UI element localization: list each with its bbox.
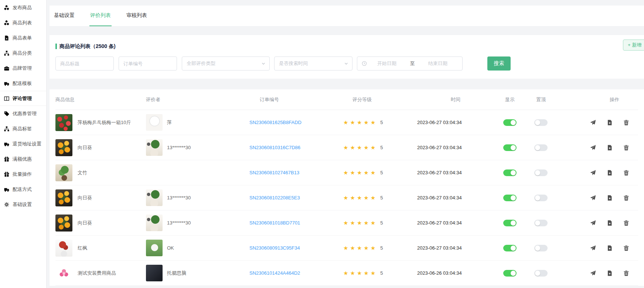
reply-icon[interactable] [590,195,596,201]
pin-toggle[interactable] [534,270,548,277]
order-number-link[interactable]: SN23060810316C7D86 [249,145,300,150]
time-search-select[interactable]: 是否搜索时间 [274,56,352,71]
order-number-link[interactable]: SN2306081027467B13 [249,170,299,175]
add-note-icon[interactable] [607,120,613,126]
sidebar-item-配送方式[interactable]: 配送方式 [0,182,46,197]
delete-icon[interactable] [623,120,629,126]
delete-icon[interactable] [623,145,629,151]
add-note-icon[interactable] [607,195,613,201]
tab-评价列表[interactable]: 评价列表 [89,6,112,26]
product-image [55,139,72,156]
add-note-icon[interactable] [607,245,613,251]
add-note-icon[interactable] [607,220,613,226]
sidebar-item-批量操作[interactable]: 批量操作 [0,167,46,182]
delete-icon[interactable] [623,220,629,226]
order-number-link[interactable]: SN230608102208E5E3 [249,195,300,200]
rating-value: 5 [380,245,383,251]
page-title: 商品评论列表（2500 条) [59,43,116,49]
filter-card: 商品评论列表（2500 条) + 新增 全部评价类型 是否搜索时间 开始日期 至… [50,35,644,79]
date-end-placeholder[interactable]: 结束日期 [418,60,458,67]
reply-icon[interactable] [590,170,596,176]
order-number-link[interactable]: SN2306081018BD7701 [249,220,300,226]
delete-icon[interactable] [623,245,629,251]
reviewer-avatar [146,189,163,206]
add-note-icon[interactable] [607,145,613,151]
delete-icon[interactable] [623,270,629,276]
show-toggle[interactable] [503,220,517,226]
sidebar-item-发布商品[interactable]: 发布商品 [0,0,46,15]
show-toggle[interactable] [503,144,517,151]
product-title: 萍杨梅乒乓杨梅一箱10斤 [78,119,131,126]
product-title-input[interactable] [55,56,114,71]
sidebar-item-基础设置[interactable]: 基础设置 [0,197,46,212]
review-type-select[interactable]: 全部评价类型 [182,56,270,71]
title-row: 商品评论列表（2500 条) + 新增 [55,35,638,49]
pin-toggle[interactable] [534,119,548,126]
sidebar-item-满额优惠[interactable]: 满额优惠 [0,151,46,167]
sitemap-icon [4,51,9,56]
briefcase-icon [4,66,9,71]
review-time: 2023-06-27 03:04:34 [417,145,462,150]
pin-toggle[interactable] [534,144,548,151]
truck-icon [4,187,9,192]
review-table-card: 商品信息 评价者 订单编号 评分等级 时间 显示 置顶 操作 萍杨梅乒乓杨梅一箱… [50,89,644,286]
show-toggle[interactable] [503,195,517,201]
rating-stars: ★★★★★ [343,220,377,226]
column-header: 订单编号 [249,96,343,103]
sidebar-item-label: 评论管理 [13,95,32,102]
reply-icon[interactable] [590,145,596,151]
sidebar-item-评论管理[interactable]: 评论管理 [0,91,46,106]
sidebar-item-品牌管理[interactable]: 品牌管理 [0,61,46,76]
order-number-link[interactable]: SN2306081625B8FADD [249,120,301,125]
reviewer-name: OK [167,245,174,251]
sidebar-item-label: 商品表单 [13,35,32,41]
sidebar-item-商品表单[interactable]: 商品表单 [0,30,46,45]
reply-icon[interactable] [590,270,596,276]
reviewer-name: 13*******30 [167,220,191,226]
add-button[interactable]: + 新增 [623,40,644,51]
file-icon [4,35,9,41]
sidebar-item-优惠券管理[interactable]: 优惠券管理 [0,106,46,121]
add-note-icon[interactable] [607,270,613,276]
product-image [55,114,72,131]
reply-icon[interactable] [590,220,596,226]
delete-icon[interactable] [623,170,629,176]
show-toggle[interactable] [503,119,517,126]
reply-icon[interactable] [590,120,596,126]
order-no-input[interactable] [119,56,177,71]
pin-toggle[interactable] [534,169,548,176]
delete-icon[interactable] [623,195,629,201]
tab-审核列表[interactable]: 审核列表 [126,6,148,26]
flower-icon [58,268,69,279]
reply-icon[interactable] [590,245,596,251]
show-toggle[interactable] [503,245,517,251]
sidebar-item-商品列表[interactable]: 商品列表 [0,15,46,30]
sidebar-item-配送模板[interactable]: 配送模板 [0,76,46,91]
column-header: 评价者 [146,96,249,103]
pin-toggle[interactable] [534,220,548,226]
gift-icon [4,172,9,177]
product-title: 红枫 [78,245,87,251]
order-number-link[interactable]: SN2306080913C95F34 [249,245,300,251]
search-button[interactable]: 搜索 [487,56,511,71]
pin-toggle[interactable] [534,195,548,201]
product-title: 向日葵 [78,144,92,151]
reviewer-avatar [146,265,163,281]
pin-toggle[interactable] [534,245,548,251]
reviewer-avatar [146,139,163,156]
show-toggle[interactable] [503,270,517,277]
sidebar-item-商品标签[interactable]: 商品标签 [0,121,46,136]
rating-value: 5 [380,170,383,175]
date-range-picker[interactable]: 开始日期 至 结束日期 [357,56,463,71]
date-start-placeholder[interactable]: 开始日期 [367,60,407,67]
order-number-link[interactable]: SN2306101424A464D2 [249,270,300,276]
show-toggle[interactable] [503,169,517,176]
reviewer-name: 萍 [167,119,172,126]
add-note-icon[interactable] [607,170,613,176]
sidebar-item-商品分类[interactable]: 商品分类 [0,45,46,61]
chevron-down-icon [261,61,266,66]
table-header-row: 商品信息 评价者 订单编号 评分等级 时间 显示 置顶 操作 [55,89,638,110]
sidebar-item-退货地址设置[interactable]: 退货地址设置 [0,136,46,151]
tab-基础设置[interactable]: 基础设置 [53,6,75,26]
product-title: 测试安装费用商品 [78,270,116,277]
